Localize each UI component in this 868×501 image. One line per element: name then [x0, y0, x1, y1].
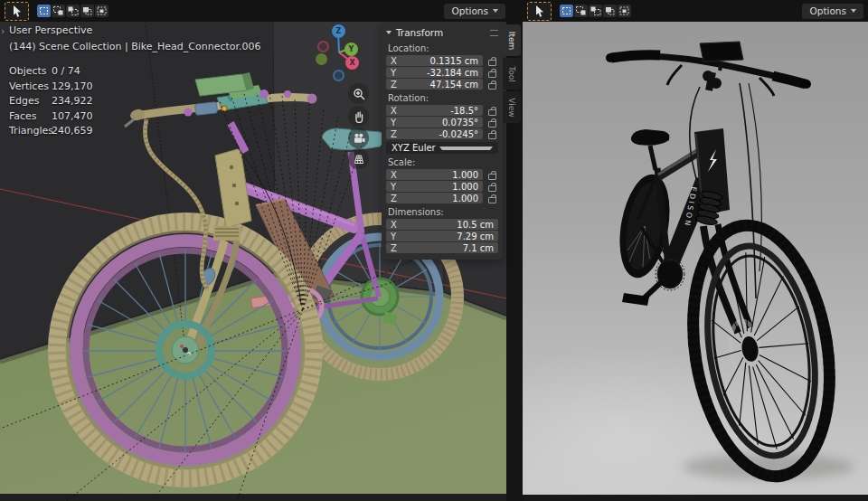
rotation-z-lock-button[interactable]: [486, 129, 498, 139]
scale-y-lock-button[interactable]: [486, 182, 498, 192]
select-mode-subtract-button[interactable]: [66, 5, 80, 17]
unlock-icon: [488, 83, 496, 90]
tweak-tool-button[interactable]: [527, 2, 552, 21]
gizmo-neg-z-axis[interactable]: [333, 70, 344, 81]
rotation-x-lock-button[interactable]: [486, 106, 498, 116]
options-dropdown[interactable]: Options: [802, 4, 863, 19]
unlock-icon: [488, 185, 496, 192]
scale-x-row: X1.000: [386, 169, 498, 180]
location-x-field[interactable]: X0.1315 cm: [386, 55, 483, 66]
rotation-z-row: Z-0.0245°: [386, 128, 498, 139]
location-z-row: Z47.154 cm: [386, 79, 498, 90]
select-mode-intersect-button[interactable]: [618, 5, 631, 17]
location-y-row: Y-32.184 cm: [386, 67, 498, 78]
unlock-icon: [488, 121, 496, 128]
pan-hand-icon[interactable]: [348, 106, 369, 127]
dimensions-y-row: Y7.29 cm: [386, 231, 498, 241]
blender-window: User Perspective (144) Scene Collection …: [0, 0, 868, 501]
location-z-field[interactable]: Z47.154 cm: [386, 79, 483, 90]
tab-view[interactable]: View: [503, 91, 521, 123]
select-set-icon: [561, 5, 572, 16]
gizmo-neg-x-axis[interactable]: [317, 41, 329, 52]
chevron-down-icon: [851, 9, 856, 13]
panel-collapse-icon[interactable]: [386, 31, 392, 34]
panel-title: Transform: [396, 27, 486, 38]
gizmo-x-axis[interactable]: X: [345, 56, 359, 70]
select-invert-icon: [604, 5, 616, 16]
dimensions-label: Dimensions:: [388, 207, 498, 217]
sidebar-tabs: Item Tool View: [503, 24, 521, 123]
select-mode-invert-button[interactable]: [80, 5, 94, 17]
select-mode-extend-button[interactable]: [52, 5, 65, 17]
select-mode-extend-button[interactable]: [574, 5, 588, 17]
camera-view-icon[interactable]: [348, 128, 369, 148]
viewport-rendered-shading[interactable]: EDISON: [523, 0, 868, 501]
scale-y-field[interactable]: Y1.000: [386, 181, 483, 192]
select-extend-icon: [575, 5, 587, 16]
dimensions-x-field[interactable]: X10.5 cm: [386, 219, 498, 230]
location-x-lock-button[interactable]: [486, 56, 498, 66]
location-z-lock-button[interactable]: [486, 80, 498, 90]
dimensions-x-row: X10.5 cm: [386, 219, 498, 230]
location-y-field[interactable]: Y-32.184 cm: [386, 67, 483, 78]
tab-item[interactable]: Item: [503, 24, 521, 56]
transform-panel-header[interactable]: Transform: [386, 25, 498, 40]
dimensions-z-field[interactable]: Z7.1 cm: [386, 242, 498, 253]
select-mode-intersect-button[interactable]: [95, 5, 108, 17]
rotation-z-field[interactable]: Z-0.0245°: [386, 128, 483, 139]
panel-drag-icon[interactable]: [490, 30, 498, 36]
dimensions-y-field[interactable]: Y7.29 cm: [386, 231, 498, 241]
select-set-icon: [38, 5, 50, 16]
tweak-cursor-icon: [533, 5, 545, 17]
transform-panel: Transform Location: X0.1315 cm Y-32.184 …: [382, 22, 503, 260]
gizmo-neg-y-axis[interactable]: [316, 53, 327, 65]
tweak-tool-button[interactable]: [5, 2, 29, 21]
select-mode-subtract-button[interactable]: [589, 5, 602, 17]
stat-row: Faces107,470: [9, 110, 261, 122]
viewport-stats-overlay: User Perspective (144) Scene Collection …: [9, 24, 261, 140]
rotation-label: Rotation:: [388, 93, 498, 103]
rotation-mode-dropdown[interactable]: XYZ Euler: [386, 142, 498, 154]
scene-statistics: Objects0 / 74 Vertices129,170 Edges234,9…: [9, 65, 261, 137]
select-mode-set-button[interactable]: [560, 5, 573, 17]
viewport-solid-shading[interactable]: User Perspective (144) Scene Collection …: [0, 0, 523, 501]
scale-z-lock-button[interactable]: [486, 194, 498, 203]
rotation-y-lock-button[interactable]: [486, 118, 498, 128]
unlock-icon: [488, 174, 496, 180]
rotation-x-field[interactable]: X-18.5°: [386, 105, 483, 116]
select-intersect-icon: [96, 5, 108, 16]
sidebar-expand-arrow[interactable]: ‹: [862, 28, 865, 38]
options-dropdown[interactable]: Options: [444, 4, 505, 19]
unlock-icon: [488, 109, 496, 116]
left-viewport-header: Options: [0, 0, 523, 22]
gizmo-z-axis[interactable]: Z: [332, 24, 345, 38]
location-x-row: X0.1315 cm: [386, 55, 498, 66]
toolbar-expand-arrow[interactable]: ›: [525, 28, 529, 38]
zoom-in-icon[interactable]: [348, 83, 369, 104]
scale-z-row: Z1.000: [386, 193, 498, 203]
unlock-icon: [488, 60, 496, 66]
rotation-y-field[interactable]: Y0.0735°: [386, 117, 483, 128]
chevron-down-icon: [493, 9, 498, 13]
rendered-3d-scene[interactable]: EDISON: [523, 0, 868, 501]
select-mode-invert-button[interactable]: [603, 5, 617, 17]
rotation-x-row: X-18.5°: [386, 105, 498, 116]
scale-x-field[interactable]: X1.000: [386, 169, 483, 180]
chevron-down-icon: [439, 147, 493, 150]
select-subtract-icon: [590, 5, 601, 16]
tab-tool[interactable]: Tool: [503, 58, 521, 90]
toolbar-expand-arrow[interactable]: ›: [1, 26, 5, 36]
orthographic-grid-icon[interactable]: [348, 148, 369, 169]
location-y-lock-button[interactable]: [486, 68, 498, 78]
location-label: Location:: [388, 43, 498, 53]
select-invert-icon: [81, 5, 93, 16]
unlock-icon: [488, 133, 496, 139]
stat-row: Edges234,922: [9, 95, 261, 107]
gizmo-y-axis[interactable]: Y: [344, 43, 358, 56]
axis-navigation-gizmo[interactable]: Z Y X: [312, 23, 368, 84]
tweak-cursor-icon: [11, 5, 23, 17]
scale-x-lock-button[interactable]: [486, 170, 498, 180]
scale-y-row: Y1.000: [386, 181, 498, 192]
select-mode-set-button[interactable]: [37, 5, 51, 17]
scale-z-field[interactable]: Z1.000: [386, 193, 483, 203]
